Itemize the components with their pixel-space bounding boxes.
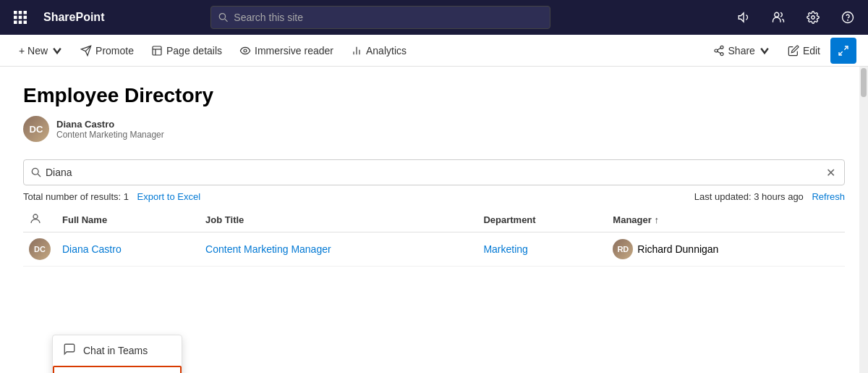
edit-button[interactable]: Edit (780, 41, 827, 61)
svg-line-28 (839, 51, 843, 55)
employee-avatar: DC (29, 238, 51, 260)
svg-point-11 (775, 12, 779, 17)
svg-point-14 (848, 20, 848, 20)
immersive-reader-icon (239, 45, 251, 56)
last-updated-group: Last updated: 3 hours ago Refresh (694, 191, 845, 202)
page-title: Employee Directory (23, 84, 845, 107)
employee-department-link[interactable]: Marketing (483, 243, 527, 255)
waffle-menu-button[interactable] (9, 6, 32, 29)
directory-search-wrap[interactable]: ✕ (23, 159, 845, 185)
svg-rect-2 (24, 11, 27, 14)
results-info-row: Total number of results: 1 Export to Exc… (23, 191, 845, 202)
toolbar-right-group: Share Edit (706, 38, 856, 64)
manager-avatar: RD (613, 239, 633, 259)
settings-icon (807, 11, 820, 24)
edit-label: Edit (803, 45, 820, 56)
analytics-button[interactable]: Analytics (344, 41, 414, 61)
page-details-label: Page details (166, 45, 222, 56)
help-icon (841, 11, 854, 24)
employee-job-title-link[interactable]: Content Marketing Manager (205, 243, 331, 255)
chat-in-teams-item[interactable]: Chat in Teams (53, 335, 182, 366)
chat-icon (63, 343, 76, 359)
svg-point-12 (812, 16, 815, 20)
megaphone-icon (737, 11, 750, 24)
share-icon (713, 45, 725, 56)
people-icon-button[interactable] (767, 6, 790, 29)
immersive-reader-button[interactable]: Immersive reader (232, 41, 341, 61)
feedback-icon-button[interactable] (732, 6, 755, 29)
svg-point-24 (720, 52, 723, 55)
row-avatar-cell: DC (23, 232, 56, 267)
clear-search-button[interactable]: ✕ (825, 166, 837, 180)
search-icon (218, 12, 228, 22)
share-chevron-icon (759, 45, 770, 56)
svg-line-27 (844, 46, 848, 50)
context-menu: Chat in Teams Download vCard (52, 335, 182, 373)
new-button-label: + New (19, 45, 48, 56)
share-button[interactable]: Share (706, 41, 778, 61)
svg-point-23 (715, 49, 718, 52)
people-icon (772, 11, 785, 24)
global-search-bar[interactable] (210, 6, 550, 29)
analytics-icon (351, 45, 362, 56)
sharepoint-logo: SharePoint (43, 11, 104, 24)
help-icon-button[interactable] (836, 6, 859, 29)
directory-search-input[interactable] (41, 167, 825, 178)
employee-name-link[interactable]: Diana Castro (62, 243, 122, 255)
manager-name: Richard Dunnigan (637, 243, 718, 255)
manager-cell-group: RD Richard Dunnigan (613, 239, 839, 259)
expand-button[interactable] (830, 38, 856, 64)
col-job-title[interactable]: Job Title (200, 208, 477, 232)
col-full-name[interactable]: Full Name (56, 208, 200, 232)
svg-point-29 (32, 168, 38, 175)
svg-point-31 (33, 214, 38, 219)
row-job-title-cell: Content Marketing Manager (200, 232, 477, 267)
promote-button[interactable]: Promote (73, 41, 141, 61)
immersive-reader-label: Immersive reader (255, 45, 333, 56)
svg-point-13 (842, 12, 853, 23)
download-vcard-item[interactable]: Download vCard (53, 366, 182, 373)
author-row: DC Diana Castro Content Marketing Manage… (23, 116, 845, 142)
svg-rect-15 (153, 46, 161, 55)
svg-rect-4 (19, 16, 22, 20)
scrollbar-thumb[interactable] (861, 68, 867, 97)
svg-rect-0 (14, 11, 17, 14)
author-job-title: Content Marketing Manager (56, 130, 164, 140)
new-button[interactable]: + New (12, 41, 70, 61)
chevron-down-icon (51, 45, 63, 56)
share-label: Share (728, 45, 755, 56)
table-row: DC Diana Castro Content Marketing Manage… (23, 232, 845, 267)
svg-line-10 (225, 19, 228, 22)
person-col-icon (29, 212, 42, 225)
last-updated-text: Last updated: 3 hours ago (694, 191, 804, 202)
chat-in-teams-label: Chat in Teams (83, 345, 148, 356)
svg-rect-7 (19, 21, 22, 25)
page-details-icon (151, 45, 163, 56)
row-name-cell: Diana Castro (56, 232, 200, 267)
nav-icons-group (732, 6, 859, 29)
analytics-label: Analytics (366, 45, 407, 56)
svg-line-30 (38, 174, 41, 177)
svg-point-22 (720, 46, 723, 49)
scrollbar[interactable] (859, 67, 868, 373)
svg-point-18 (244, 49, 247, 52)
global-search-input[interactable] (234, 12, 542, 23)
author-avatar: DC (23, 116, 49, 142)
col-avatar (23, 208, 56, 232)
expand-icon (838, 45, 849, 56)
page-details-button[interactable]: Page details (144, 41, 229, 61)
refresh-link[interactable]: Refresh (812, 191, 845, 202)
directory-table: Full Name Job Title Department Manager ↑… (23, 208, 845, 267)
svg-line-25 (717, 51, 720, 54)
svg-rect-5 (24, 16, 27, 20)
col-manager[interactable]: Manager ↑ (607, 208, 845, 232)
settings-icon-button[interactable] (801, 6, 825, 29)
export-to-excel-link[interactable]: Export to Excel (137, 191, 200, 202)
directory-search-icon (31, 167, 41, 177)
svg-line-26 (717, 48, 720, 50)
col-department[interactable]: Department (477, 208, 607, 232)
author-name: Diana Castro (56, 119, 164, 130)
promote-icon (80, 45, 92, 56)
svg-rect-1 (19, 11, 22, 14)
top-navigation: SharePoint (0, 0, 868, 35)
